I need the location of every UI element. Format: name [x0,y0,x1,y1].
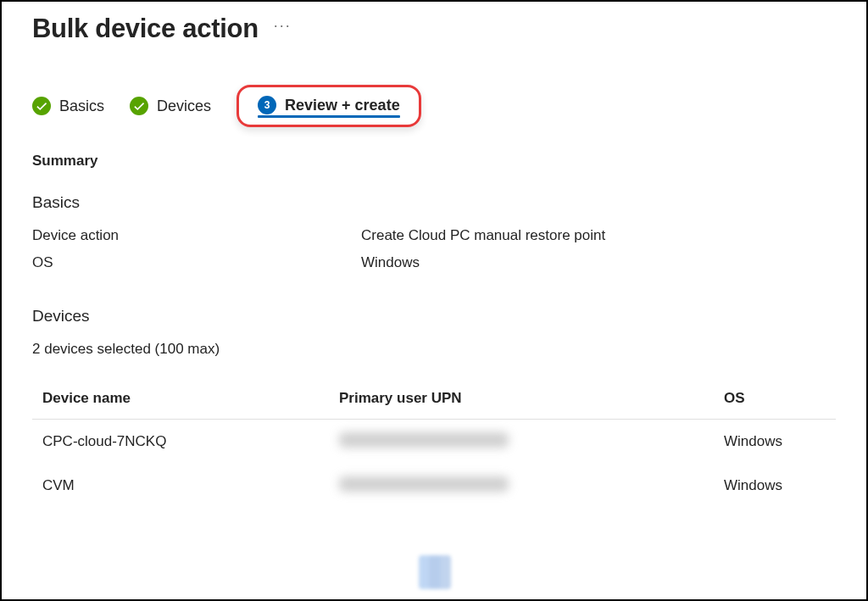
active-underline [258,115,400,118]
cell-upn [339,476,724,495]
watermark-logo-icon [414,552,454,593]
devices-table: Device name Primary user UPN OS CPC-clou… [32,383,836,508]
summary-heading: Summary [32,153,836,170]
column-header-device-name[interactable]: Device name [42,390,339,407]
basics-heading: Basics [32,193,836,212]
basics-value: Create Cloud PC manual restore point [361,227,605,244]
step-label: Devices [157,97,211,115]
redacted-text [339,476,509,492]
devices-selected-count: 2 devices selected (100 max) [32,341,836,358]
table-header-row: Device name Primary user UPN OS [32,383,836,420]
svg-rect-1 [429,555,451,589]
wizard-step-devices[interactable]: Devices [130,90,211,122]
cell-device-name: CVM [42,477,339,494]
cell-os: Windows [724,433,826,450]
step-label: Review + create [285,97,400,114]
cell-upn [339,432,724,451]
wizard-steps: Basics Devices 3 Review + create [32,85,836,127]
cell-os: Windows [724,477,826,494]
column-header-upn[interactable]: Primary user UPN [339,390,724,407]
basics-row: OS Windows [32,254,836,271]
table-row: CPC-cloud-7NCKQ Windows [32,420,836,464]
devices-heading: Devices [32,307,836,326]
redacted-text [339,432,509,448]
more-options-icon[interactable]: ··· [274,17,292,35]
basics-value: Windows [361,254,420,271]
step-number-badge: 3 [258,96,276,114]
wizard-step-review-create[interactable]: 3 Review + create [236,85,421,127]
checkmark-icon [32,97,51,115]
cell-device-name: CPC-cloud-7NCKQ [42,433,339,450]
page-header: Bulk device action ··· [32,14,836,44]
basics-label: OS [32,254,361,271]
table-row: CVM Windows [32,464,836,508]
checkmark-icon [130,97,148,115]
column-header-os[interactable]: OS [724,390,826,407]
basics-label: Device action [32,227,361,244]
step-label: Basics [59,97,104,115]
wizard-step-basics[interactable]: Basics [32,90,104,122]
basics-row: Device action Create Cloud PC manual res… [32,227,836,244]
page-title: Bulk device action [32,14,259,44]
